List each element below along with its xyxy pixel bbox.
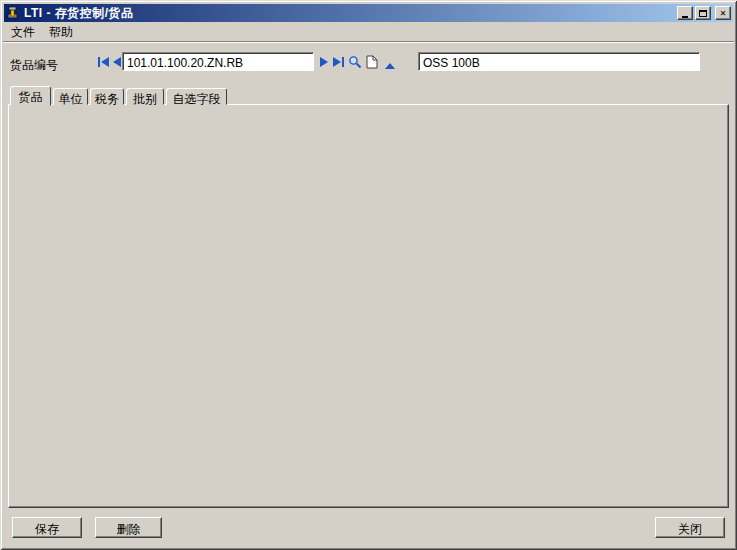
first-record-icon[interactable] [97,56,111,68]
delete-button[interactable]: 删除 [95,517,162,538]
save-button[interactable]: 保存 [12,517,82,538]
window-title: LTI - 存货控制/货品 [24,5,134,22]
collapse-up-icon[interactable] [384,59,398,71]
close-icon[interactable]: ✕ [715,6,731,20]
tab-page-goods [8,104,729,508]
item-number-label: 货品编号 [10,57,58,74]
app-window: LTI - 存货控制/货品 ✕ 文件 帮助 货品编号 货品 单位 税务 批别 [0,0,737,550]
item-code-input[interactable] [122,52,314,71]
tab-goods[interactable]: 货品 [10,86,51,106]
close-button[interactable]: 关闭 [655,517,725,538]
item-name-input[interactable] [418,52,700,71]
new-document-icon[interactable] [366,55,380,69]
menu-help[interactable]: 帮助 [42,22,80,43]
menu-file[interactable]: 文件 [4,22,42,43]
next-record-icon[interactable] [319,56,333,68]
tab-tax[interactable]: 税务 [90,88,124,105]
tab-custom-fields[interactable]: 自选字段 [166,88,227,105]
menu-separator [3,41,734,43]
last-record-icon[interactable] [332,56,346,68]
maximize-icon[interactable] [695,6,711,20]
tab-batch[interactable]: 批别 [126,88,164,105]
tab-unit[interactable]: 单位 [53,88,88,105]
search-icon[interactable] [348,55,362,69]
menu-bar: 文件 帮助 [4,23,733,41]
titlebar[interactable]: LTI - 存货控制/货品 ✕ [4,4,733,22]
app-icon [6,6,20,20]
minimize-icon[interactable] [677,6,693,20]
